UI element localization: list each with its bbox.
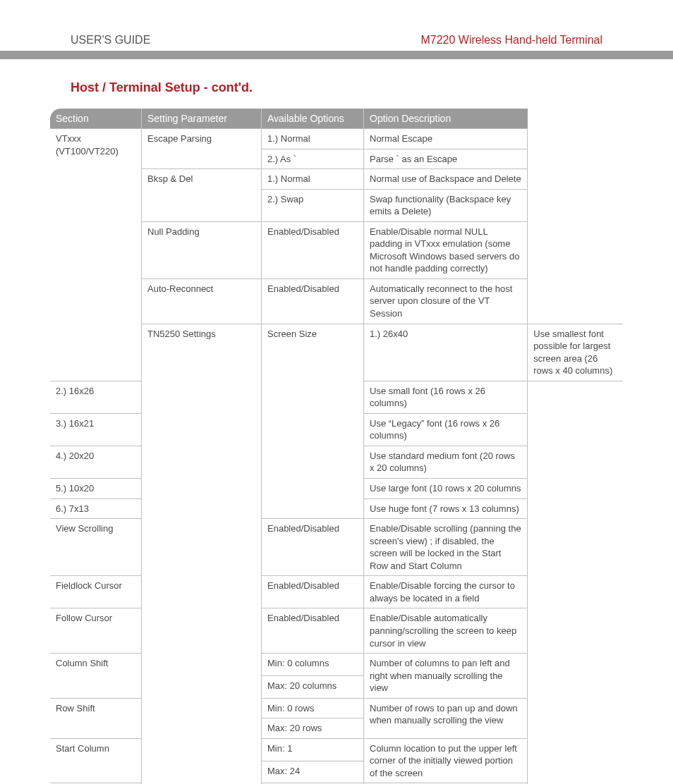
header-left: USER'S GUIDE bbox=[71, 34, 150, 47]
th-option: Available Options bbox=[262, 109, 364, 129]
th-param: Setting Parameter bbox=[142, 109, 262, 129]
cell-section: VTxxx (VT100/VT220) bbox=[50, 129, 142, 381]
cell-param: Row Shift bbox=[50, 698, 142, 738]
cell-desc: Use smallest font possible for largest s… bbox=[528, 324, 624, 381]
cell-desc: Column location to put the upper left co… bbox=[364, 738, 528, 783]
cell-option: 3.) 16x21 bbox=[50, 413, 142, 446]
table-row: Follow CursorEnabled/DisabledEnable/Disa… bbox=[50, 608, 624, 654]
header-right: M7220 Wireless Hand-held Terminal bbox=[420, 34, 602, 47]
cell-section: TN5250 Settings bbox=[142, 324, 262, 784]
cell-option: 1.) Normal bbox=[262, 129, 364, 149]
cell-param: Screen Size bbox=[262, 324, 364, 519]
cell-desc: Normal use of Backspace and Delete bbox=[364, 169, 528, 190]
cell-option: Enabled/Disabled bbox=[262, 278, 364, 324]
cell-option: Enabled/Disabled bbox=[262, 576, 364, 608]
cell-param: Auto-Reconnect bbox=[142, 278, 262, 324]
cell-option: Min: 1 bbox=[262, 738, 364, 761]
header-rule bbox=[0, 51, 673, 59]
cell-desc: Number of rows to pan up and down when m… bbox=[364, 698, 528, 738]
cell-option: Min: 0 rows bbox=[262, 698, 364, 718]
cell-param: Fieldlock Cursor bbox=[50, 576, 142, 608]
cell-desc: Automatically reconnect to the host serv… bbox=[364, 278, 528, 324]
cell-param: Column Shift bbox=[50, 654, 142, 699]
cell-desc: Enable/Disable automatically panning/scr… bbox=[364, 608, 528, 654]
cell-option: 4.) 20x20 bbox=[50, 446, 142, 478]
cell-desc: Enable/Disable forcing the cursor to alw… bbox=[364, 576, 528, 608]
cell-option: Max: 20 columns bbox=[262, 675, 364, 698]
page-header: USER'S GUIDE M7220 Wireless Hand-held Te… bbox=[49, 34, 624, 47]
cell-param: Null Padding bbox=[142, 221, 262, 278]
cell-desc: Use large font (10 rows x 20 columns bbox=[364, 479, 528, 499]
th-section: Section bbox=[50, 109, 142, 129]
cell-desc: Normal Escape bbox=[364, 129, 528, 149]
cell-param: Start Column bbox=[50, 738, 142, 783]
cell-option: 2.) As ` bbox=[262, 149, 364, 169]
cell-option: 1.) Normal bbox=[262, 169, 364, 190]
table-row: Row ShiftMin: 0 rowsNumber of rows to pa… bbox=[50, 698, 624, 718]
cell-param: View Scrolling bbox=[50, 519, 142, 576]
cell-desc: Enable/Disable normal NULL padding in VT… bbox=[364, 221, 528, 278]
cell-option: 5.) 10x20 bbox=[50, 479, 142, 499]
cell-option: 2.) Swap bbox=[262, 189, 364, 221]
cell-desc: Use “Legacy” font (16 rows x 26 columns) bbox=[364, 413, 528, 446]
cell-desc: Swap functionality (Backspace key emits … bbox=[364, 189, 528, 221]
cell-desc: Number of columns to pan left and right … bbox=[364, 654, 528, 699]
cell-param: Escape Parsing bbox=[142, 129, 262, 169]
table-row: Column ShiftMin: 0 columnsNumber of colu… bbox=[50, 654, 624, 676]
table-row: Fieldlock CursorEnabled/DisabledEnable/D… bbox=[50, 576, 624, 608]
cell-option: Max: 20 rows bbox=[262, 718, 364, 739]
cell-param: Bksp & Del bbox=[142, 169, 262, 222]
table-row: View ScrollingEnabled/DisabledEnable/Dis… bbox=[50, 519, 624, 576]
cell-desc: Use standard medium font (20 rows x 20 c… bbox=[364, 446, 528, 478]
section-title: Host / Terminal Setup - cont'd. bbox=[71, 80, 624, 95]
cell-option: 2.) 16x26 bbox=[50, 381, 142, 413]
cell-option: Max: 24 bbox=[262, 761, 364, 783]
th-desc: Option Description bbox=[364, 109, 528, 129]
cell-option: Min: 0 columns bbox=[262, 654, 364, 676]
table-row: Start ColumnMin: 1Column location to put… bbox=[50, 738, 624, 761]
cell-desc: Use huge font (7 rows x 13 columns) bbox=[364, 498, 528, 519]
cell-desc: Enable/Disable scrolling (panning the sc… bbox=[364, 519, 528, 576]
settings-table: Section Setting Parameter Available Opti… bbox=[49, 108, 624, 784]
cell-param: Follow Cursor bbox=[50, 608, 142, 654]
cell-option: 6.) 7x13 bbox=[50, 498, 142, 519]
table-header-row: Section Setting Parameter Available Opti… bbox=[50, 109, 624, 129]
cell-option: Enabled/Disabled bbox=[262, 221, 364, 278]
cell-desc: Parse ` as an Escape bbox=[364, 149, 528, 169]
cell-option: 1.) 26x40 bbox=[364, 324, 528, 381]
cell-desc: Use small font (16 rows x 26 columns) bbox=[364, 381, 528, 413]
cell-option: Enabled/Disabled bbox=[262, 608, 364, 654]
table-row: VTxxx (VT100/VT220)Escape Parsing1.) Nor… bbox=[50, 129, 624, 149]
cell-option: Enabled/Disabled bbox=[262, 519, 364, 576]
